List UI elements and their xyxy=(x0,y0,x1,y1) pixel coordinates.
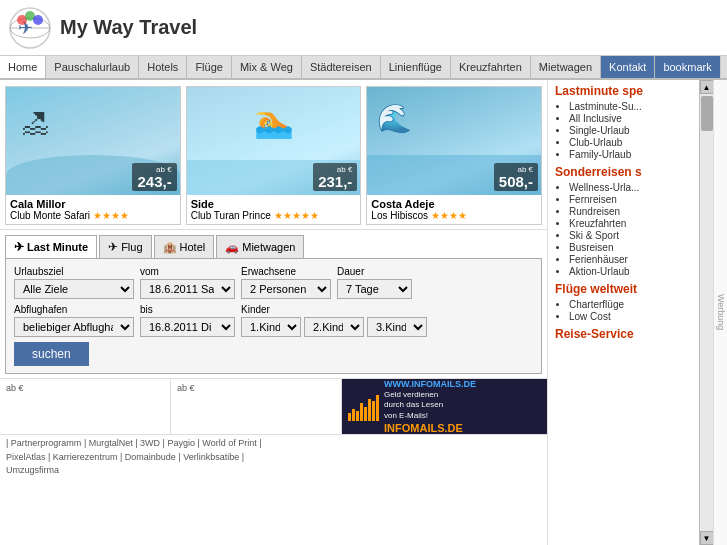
bis-group: bis 16.8.2011 Di xyxy=(140,304,235,337)
kind3-select[interactable]: 3.Kind xyxy=(367,317,427,337)
sonder-item-6[interactable]: Busreisen xyxy=(569,242,692,253)
footer-link-verlink[interactable]: Verlinkbsatibe xyxy=(183,452,239,462)
nav-mietwagen[interactable]: Mietwagen xyxy=(531,56,601,78)
tab-flug[interactable]: ✈ Flug xyxy=(99,235,151,258)
footer-link-wop[interactable]: World of Print xyxy=(202,438,256,448)
nav: Home Pauschalurlaub Hotels Flüge Mix & W… xyxy=(0,56,727,80)
scroll-down-btn[interactable]: ▼ xyxy=(700,531,714,545)
nav-staedte[interactable]: Städtereisen xyxy=(302,56,381,78)
nav-hotels[interactable]: Hotels xyxy=(139,56,187,78)
hotel-icon: 🏨 xyxy=(163,241,177,254)
card-1-price: ab € 243,- xyxy=(132,163,176,191)
footer-link-partner[interactable]: Partnerprogramm xyxy=(11,438,82,448)
car-icon: 🚗 xyxy=(225,241,239,254)
ad-text: Geld verdienendurch das Lesenvon E-Mails… xyxy=(384,390,541,421)
fluege-list: Charterflüge Low Cost xyxy=(555,299,692,322)
kinder-group: Kinder 1.Kind 2.Kind 3.Kind xyxy=(241,304,427,337)
nav-kreuz[interactable]: Kreuzfahrten xyxy=(451,56,531,78)
urlaubsziel-select[interactable]: Alle Ziele xyxy=(14,279,134,299)
sidebar: Lastminute spe Lastminute-Su... All Incl… xyxy=(547,80,699,545)
lastminute-item-2[interactable]: All Inclusive xyxy=(569,113,692,124)
lastminute-list: Lastminute-Su... All Inclusive Single-Ur… xyxy=(555,101,692,160)
footer-link-pixel[interactable]: PixelAtlas xyxy=(6,452,46,462)
card-1[interactable]: 🏖 ab € 243,- Cala Millor Club Monte Safa… xyxy=(5,86,181,225)
nav-home[interactable]: Home xyxy=(0,56,46,78)
card-2[interactable]: 🏊 ab € 231,- Side Club Turan Prince ★★★★… xyxy=(186,86,362,225)
footer-link-domain[interactable]: Domainbude xyxy=(125,452,176,462)
sonder-item-2[interactable]: Fernreisen xyxy=(569,194,692,205)
lastminute-item-5[interactable]: Family-Urlaub xyxy=(569,149,692,160)
fluege-item-2[interactable]: Low Cost xyxy=(569,311,692,322)
erwachsene-group: Erwachsene 2 Personen xyxy=(241,266,331,299)
logo-icon: ✈ xyxy=(8,6,52,50)
sonder-item-5[interactable]: Ski & Sport xyxy=(569,230,692,241)
card-1-image: 🏖 ab € 243,- xyxy=(6,87,180,195)
scroll-thumb[interactable] xyxy=(701,96,713,131)
dauer-select[interactable]: 7 Tage xyxy=(337,279,412,299)
vom-select[interactable]: 18.6.2011 Sa xyxy=(140,279,235,299)
sonder-item-4[interactable]: Kreuzfahrten xyxy=(569,218,692,229)
vom-label: vom xyxy=(140,266,235,277)
search-form: Urlaubsziel Alle Ziele vom 18.6.2011 Sa xyxy=(5,258,542,374)
sonder-item-3[interactable]: Rundreisen xyxy=(569,206,692,217)
plane-icon-1: ✈ xyxy=(14,240,24,254)
kind1-select[interactable]: 1.Kind xyxy=(241,317,301,337)
infomails-ad[interactable]: WWW.INFOMAILS.DE Geld verdienendurch das… xyxy=(342,379,547,434)
dauer-label: Dauer xyxy=(337,266,412,277)
scroll-up-btn[interactable]: ▲ xyxy=(700,80,714,94)
lastminute-item-4[interactable]: Club-Urlaub xyxy=(569,137,692,148)
card-2-hotel: Club Turan Prince ★★★★★ xyxy=(191,210,357,221)
footer-link-paygio[interactable]: Paygio xyxy=(167,438,195,448)
abflughafen-label: Abflughafen xyxy=(14,304,134,315)
footer-link-umzug[interactable]: Umzugsfirma xyxy=(6,465,59,475)
footer-link-murgtal[interactable]: MurgtalNet xyxy=(89,438,133,448)
card-3-image: 🌊 ab € 508,- xyxy=(367,87,541,195)
nav-kontakt[interactable]: Kontakt xyxy=(601,56,655,78)
bottom-card-2: ab € xyxy=(171,379,342,434)
header: ✈ My Way Travel xyxy=(0,0,727,56)
tab-hotel[interactable]: 🏨 Hotel xyxy=(154,235,215,258)
sonderreisen-section-title: Sonderreisen s xyxy=(555,165,692,179)
nav-linien[interactable]: Linienflüge xyxy=(381,56,451,78)
urlaubsziel-group: Urlaubsziel Alle Ziele xyxy=(14,266,134,299)
reise-section-title: Reise-Service xyxy=(555,327,692,341)
card-3-hotel: Los Hibiscos ★★★★ xyxy=(371,210,537,221)
footer-link-3wd[interactable]: 3WD xyxy=(140,438,160,448)
vom-group: vom 18.6.2011 Sa xyxy=(140,266,235,299)
card-2-price: ab € 231,- xyxy=(313,163,357,191)
bis-select[interactable]: 16.8.2011 Di xyxy=(140,317,235,337)
ad-logo: INFOMAILS.DE xyxy=(384,422,541,434)
nav-fluege[interactable]: Flüge xyxy=(187,56,232,78)
fluege-item-1[interactable]: Charterflüge xyxy=(569,299,692,310)
lastminute-item-3[interactable]: Single-Urlaub xyxy=(569,125,692,136)
urlaubsziel-label: Urlaubsziel xyxy=(14,266,134,277)
nav-bookmark[interactable]: bookmark xyxy=(655,56,720,78)
site-title: My Way Travel xyxy=(60,16,197,39)
kinder-label: Kinder xyxy=(241,304,427,315)
card-1-dest: Cala Millor xyxy=(10,198,176,210)
tab-mietwagen[interactable]: 🚗 Mietwagen xyxy=(216,235,304,258)
ad-content: WWW.INFOMAILS.DE Geld verdienendurch das… xyxy=(384,379,541,434)
sonder-item-7[interactable]: Ferienhäuser xyxy=(569,254,692,265)
card-3-price: ab € 508,- xyxy=(494,163,538,191)
abflughafen-select[interactable]: beliebiger Abflughafen xyxy=(14,317,134,337)
search-area: ✈ Last Minute ✈ Flug 🏨 Hotel 🚗 Mietwagen xyxy=(0,230,547,378)
footer-link-karriere[interactable]: Karrierezentrum xyxy=(53,452,118,462)
search-button[interactable]: suchen xyxy=(14,342,89,366)
sonder-item-8[interactable]: Aktion-Urlaub xyxy=(569,266,692,277)
fluege-section-title: Flüge weltweit xyxy=(555,282,692,296)
card-1-hotel: Club Monte Safari ★★★★ xyxy=(10,210,176,221)
card-2-image: 🏊 ab € 231,- xyxy=(187,87,361,195)
tab-lastminute[interactable]: ✈ Last Minute xyxy=(5,235,97,258)
erwachsene-select[interactable]: 2 Personen xyxy=(241,279,331,299)
nav-mix[interactable]: Mix & Weg xyxy=(232,56,302,78)
ad-url: WWW.INFOMAILS.DE xyxy=(384,379,541,389)
kind2-select[interactable]: 2.Kind xyxy=(304,317,364,337)
card-3[interactable]: 🌊 ab € 508,- Costa Adeje Los Hibiscos ★★… xyxy=(366,86,542,225)
nav-pauschalurlaub[interactable]: Pauschalurlaub xyxy=(46,56,139,78)
lastminute-item-1[interactable]: Lastminute-Su... xyxy=(569,101,692,112)
card-3-dest: Costa Adeje xyxy=(371,198,537,210)
ad-chart xyxy=(348,393,379,421)
scrollbar: ▲ ▼ xyxy=(699,80,713,545)
sonder-item-1[interactable]: Wellness-Urla... xyxy=(569,182,692,193)
